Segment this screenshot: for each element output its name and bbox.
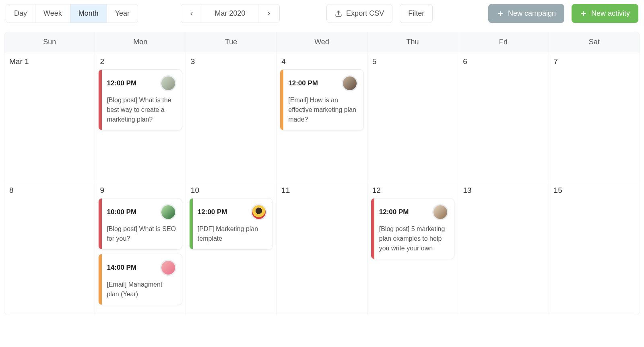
toolbar: DayWeekMonthYear Mar 2020 Export CSV Fil…	[4, 4, 640, 23]
day-number: 10	[189, 185, 273, 198]
new-activity-label: New activity	[591, 9, 630, 18]
event-header: 12:00 PM	[107, 75, 176, 91]
day-number: 2	[98, 56, 182, 69]
event-time: 12:00 PM	[198, 208, 227, 216]
event-title: [Blog post] What is SEO for you?	[107, 224, 176, 244]
day-number: 6	[461, 56, 545, 69]
view-year-button[interactable]: Year	[107, 4, 138, 23]
view-week-button[interactable]: Week	[35, 4, 70, 23]
event-title: [Email] How is an effective marketing pl…	[288, 95, 357, 124]
event-header: 12:00 PM	[288, 75, 357, 91]
event-header: 12:00 PM	[198, 204, 267, 220]
event-title: [Email] Managment plan (Year)	[107, 280, 176, 299]
day-cell[interactable]: 15	[549, 181, 640, 315]
day-of-week-label: Fri	[458, 32, 549, 52]
avatar	[342, 75, 358, 91]
event-time: 12:00 PM	[288, 79, 318, 87]
avatar	[251, 204, 267, 220]
event-color-stripe	[99, 254, 102, 305]
day-of-week-label: Thu	[367, 32, 458, 52]
day-cell[interactable]: Mar 1	[4, 52, 95, 181]
event-header: 12:00 PM	[379, 204, 448, 220]
day-number: 7	[552, 56, 636, 69]
day-number: 15	[552, 185, 636, 198]
week-row: 8910:00 PM[Blog post] What is SEO for yo…	[4, 181, 640, 315]
plus-icon	[580, 10, 587, 17]
filter-label: Filter	[408, 9, 424, 18]
event-time: 12:00 PM	[107, 79, 136, 87]
filter-button[interactable]: Filter	[400, 4, 433, 23]
day-cell[interactable]: 1212:00 PM[Blog post] 5 marketing plan e…	[367, 181, 458, 315]
day-of-week-label: Mon	[95, 32, 186, 52]
day-of-week-label: Wed	[277, 32, 367, 52]
event-card[interactable]: 12:00 PM[Blog post] 5 marketing plan exa…	[371, 198, 454, 259]
event-time: 10:00 PM	[107, 208, 136, 216]
chevron-right-icon	[266, 11, 272, 17]
day-cell[interactable]: 6	[458, 52, 549, 181]
calendar: SunMonTueWedThuFriSat Mar 1212:00 PM[Blo…	[4, 32, 640, 315]
event-card[interactable]: 14:00 PM[Email] Managment plan (Year)	[98, 254, 182, 305]
event-title: [Blog post] What is the best way to crea…	[107, 95, 176, 124]
event-card[interactable]: 10:00 PM[Blog post] What is SEO for you?	[98, 198, 182, 250]
day-number: 8	[8, 185, 91, 198]
avatar	[432, 204, 448, 220]
period-label: Mar 2020	[202, 4, 258, 23]
event-header: 14:00 PM	[107, 260, 176, 276]
day-of-week-label: Tue	[186, 32, 277, 52]
day-cell[interactable]: 412:00 PM[Email] How is an effective mar…	[277, 52, 367, 181]
day-cell[interactable]: 3	[186, 52, 277, 181]
event-title: [PDF] Marketing plan template	[198, 224, 267, 244]
day-number: Mar 1	[8, 56, 91, 69]
day-number: 9	[98, 185, 182, 198]
avatar	[160, 75, 176, 91]
prev-period-button[interactable]	[181, 4, 202, 23]
event-color-stripe	[280, 70, 283, 130]
export-csv-label: Export CSV	[346, 9, 384, 18]
day-cell[interactable]: 5	[367, 52, 458, 181]
export-icon	[335, 10, 342, 17]
new-activity-button[interactable]: New activity	[572, 4, 638, 23]
event-card[interactable]: 12:00 PM[PDF] Marketing plan template	[189, 198, 273, 250]
day-cell[interactable]: 1012:00 PM[PDF] Marketing plan template	[186, 181, 277, 315]
day-of-week-header: SunMonTueWedThuFriSat	[4, 32, 640, 52]
event-card[interactable]: 12:00 PM[Email] How is an effective mark…	[280, 69, 363, 130]
day-number: 4	[280, 56, 363, 69]
event-header: 10:00 PM	[107, 204, 176, 220]
day-cell[interactable]: 910:00 PM[Blog post] What is SEO for you…	[95, 181, 186, 315]
day-of-week-label: Sun	[4, 32, 95, 52]
view-switcher: DayWeekMonthYear	[6, 4, 138, 23]
day-cell[interactable]: 11	[277, 181, 367, 315]
view-day-button[interactable]: Day	[6, 4, 35, 23]
event-card[interactable]: 12:00 PM[Blog post] What is the best way…	[98, 69, 182, 130]
new-campaign-label: New campaign	[508, 9, 556, 18]
day-number: 5	[371, 56, 454, 69]
event-title: [Blog post] 5 marketing plan examples to…	[379, 224, 448, 253]
day-cell[interactable]: 8	[4, 181, 95, 315]
week-row: Mar 1212:00 PM[Blog post] What is the be…	[4, 52, 640, 181]
day-number: 13	[461, 185, 545, 198]
event-color-stripe	[190, 198, 193, 249]
export-csv-button[interactable]: Export CSV	[326, 4, 392, 23]
event-time: 14:00 PM	[107, 264, 136, 272]
day-cell[interactable]: 13	[458, 181, 549, 315]
day-number: 11	[280, 185, 363, 198]
view-month-button[interactable]: Month	[70, 4, 107, 23]
day-cell[interactable]: 212:00 PM[Blog post] What is the best wa…	[95, 52, 186, 181]
avatar	[160, 204, 176, 220]
event-color-stripe	[99, 70, 102, 130]
event-color-stripe	[371, 198, 374, 259]
chevron-left-icon	[189, 11, 194, 17]
plus-icon	[497, 10, 504, 17]
day-cell[interactable]: 7	[549, 52, 640, 181]
day-number: 3	[189, 56, 273, 69]
avatar	[160, 260, 176, 276]
new-campaign-button[interactable]: New campaign	[488, 4, 564, 23]
event-time: 12:00 PM	[379, 208, 409, 216]
day-number: 12	[371, 185, 454, 198]
day-of-week-label: Sat	[549, 32, 640, 52]
event-color-stripe	[99, 198, 102, 249]
next-period-button[interactable]	[258, 4, 279, 23]
period-navigator: Mar 2020	[181, 4, 280, 23]
